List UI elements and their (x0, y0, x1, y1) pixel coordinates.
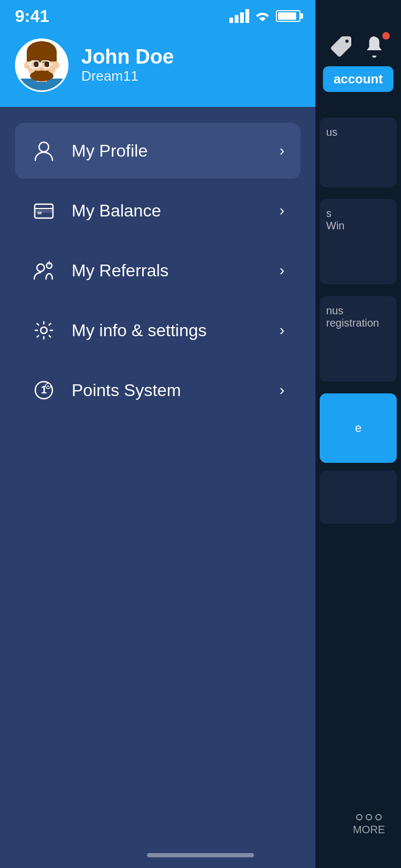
svg-point-15 (40, 67, 44, 71)
more-circles-icon (356, 814, 382, 820)
referrals-icon (31, 258, 57, 283)
chevron-right-icon: › (280, 202, 284, 219)
sidebar-drawer: My Profile › My Balance › (0, 107, 315, 868)
svg-point-16 (39, 142, 49, 152)
svg-rect-20 (37, 212, 42, 214)
notification-bell-icon[interactable] (363, 34, 388, 59)
avatar[interactable] (15, 38, 68, 92)
status-bar: 9:41 (0, 0, 315, 32)
user-name: John Doe (81, 46, 174, 68)
sidebar-item-points-label: Points System (72, 381, 181, 400)
sidebar-item-settings-label: My info & settings (72, 321, 207, 340)
sidebar-item-left: My Balance (31, 198, 161, 223)
background-content: us sWin nusregistration e (315, 0, 401, 868)
svg-point-5 (24, 61, 29, 69)
sidebar-item-my-profile[interactable]: My Profile › (15, 123, 300, 179)
svg-point-8 (44, 61, 50, 67)
user-profile-section: John Doe Dream11 (15, 38, 174, 92)
bg-card-1-text: us (320, 118, 397, 147)
tag-icon[interactable] (329, 34, 353, 59)
more-label: MORE (353, 824, 385, 836)
sidebar-item-my-balance[interactable]: My Balance › (15, 183, 300, 238)
sidebar-item-my-referrals[interactable]: My Referrals › (15, 243, 300, 298)
profile-icon (31, 138, 57, 164)
user-info: John Doe Dream11 (81, 46, 174, 85)
sidebar-item-my-referrals-label: My Referrals (72, 261, 168, 281)
home-indicator (147, 853, 254, 857)
bg-card-4-text: e (355, 421, 361, 435)
signal-bars-icon (229, 9, 249, 23)
svg-point-25 (41, 327, 47, 334)
sidebar-item-left: My Profile (31, 138, 148, 164)
battery-icon (276, 10, 300, 22)
status-time: 9:41 (15, 6, 49, 26)
bg-card-3-text: nusregistration (320, 296, 397, 338)
svg-point-21 (37, 264, 44, 272)
svg-rect-4 (27, 52, 57, 61)
sidebar-item-left: My Referrals (31, 258, 168, 283)
user-subtitle: Dream11 (81, 68, 174, 84)
sidebar-item-points[interactable]: 1 + Points System › (15, 362, 300, 418)
settings-icon (31, 317, 57, 343)
header-right-panel: account (315, 0, 401, 107)
chevron-right-icon: › (280, 322, 284, 339)
header-icons (329, 34, 388, 59)
notification-dot (382, 32, 390, 40)
more-button[interactable]: MORE (353, 814, 385, 836)
sidebar-item-my-balance-label: My Balance (72, 201, 161, 221)
svg-text:+: + (47, 384, 49, 389)
chevron-right-icon: › (280, 142, 284, 159)
wifi-icon (255, 10, 271, 22)
account-button[interactable]: account (323, 66, 394, 92)
sidebar-item-my-profile-label: My Profile (72, 141, 148, 161)
sidebar-item-settings[interactable]: My info & settings › (15, 303, 300, 358)
chevron-right-icon: › (280, 382, 284, 399)
sidebar-item-left: My info & settings (31, 317, 207, 343)
sidebar-item-left: 1 + Points System (31, 377, 181, 403)
status-icons (229, 9, 300, 23)
bg-card-2-text: sWin (320, 199, 397, 241)
svg-point-6 (54, 61, 59, 69)
balance-icon (31, 198, 57, 223)
points-icon: 1 + (31, 377, 57, 403)
chevron-right-icon: › (280, 262, 284, 279)
svg-point-7 (34, 61, 39, 67)
